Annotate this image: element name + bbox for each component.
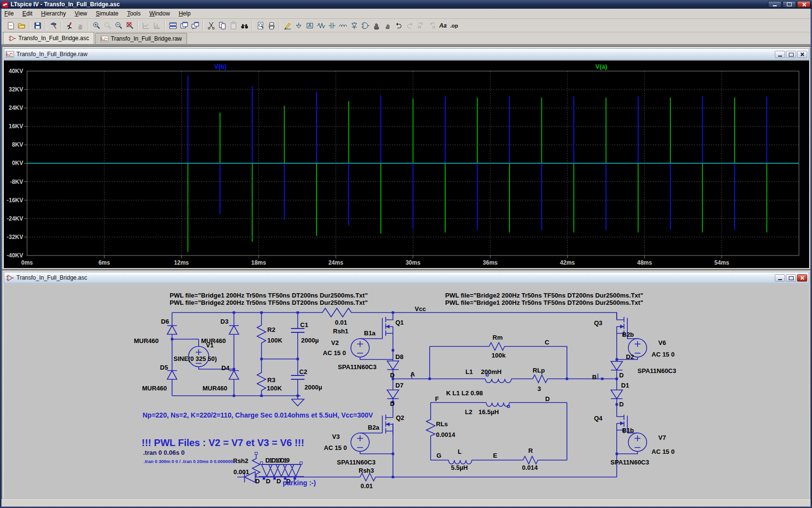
mosfets[interactable]: [382, 313, 627, 434]
text-tool-button[interactable]: Aa: [437, 20, 449, 31]
schematic-canvas[interactable]: PWL file="Bridge1 200Hz Tr50ns TF50ns DT…: [4, 284, 809, 498]
diode-D6: [167, 326, 177, 334]
schematic-label: D: [255, 478, 260, 485]
menu-item-help[interactable]: Help: [174, 9, 195, 18]
tab-schematic[interactable]: Transfo_In_Full_Bridge.asc: [3, 32, 94, 44]
svg-text:-40KV: -40KV: [7, 252, 23, 259]
source-V3: [351, 433, 369, 451]
resistor-Rm: [488, 343, 507, 350]
sch-maximize-button[interactable]: [786, 274, 796, 282]
inductor-tool-button[interactable]: [337, 20, 348, 31]
diode-tool-button[interactable]: [348, 20, 360, 31]
ltspice-app: LTspice IV - Transfo_In_Full_Bridge.asc …: [0, 0, 812, 508]
zoom-full-button[interactable]: [124, 20, 135, 31]
maximize-button[interactable]: [783, 1, 796, 8]
svg-text:-24KV: -24KV: [7, 215, 23, 222]
wire-tool-button[interactable]: [282, 20, 293, 31]
wave-minimize-button[interactable]: [775, 51, 785, 58]
cascade-button[interactable]: [189, 20, 201, 31]
schematic-label: MUR460: [203, 385, 227, 392]
save-icon: [33, 21, 42, 30]
menu-item-view[interactable]: View: [70, 9, 91, 18]
tile-vertical-button[interactable]: [178, 20, 189, 31]
run-button[interactable]: [64, 20, 75, 31]
ground-symbol[interactable]: [291, 399, 304, 406]
text-tool-icon: Aa: [439, 22, 447, 29]
rotate-button[interactable]: [426, 20, 437, 31]
zoom-back-button[interactable]: [102, 20, 113, 31]
waveform-plot-area[interactable]: 40KV32KV24KV16KV8KV0KV-8KV-16KV-24KV-32K…: [4, 60, 809, 268]
schematic-label: D2: [626, 353, 634, 360]
label-tool-button[interactable]: [304, 20, 315, 31]
svg-text:12ms: 12ms: [174, 259, 189, 266]
schematic-label: 0.0014: [436, 431, 456, 438]
menu-item-file[interactable]: File: [0, 9, 18, 18]
schematic-label: D3: [220, 318, 229, 325]
print-button[interactable]: [266, 20, 277, 31]
print-preview-button[interactable]: [255, 20, 266, 31]
sch-maximize-icon: [789, 276, 794, 280]
wave-minimize-icon: [778, 56, 782, 57]
drag-hand-icon: [383, 21, 392, 30]
waveform-window-title-bar[interactable]: Transfo_In_Full_Bridge.raw: [4, 48, 809, 60]
schematic-label: V6: [658, 339, 666, 346]
close-button[interactable]: [797, 1, 811, 8]
control-panel-button[interactable]: [48, 20, 59, 31]
svg-text:18ms: 18ms: [251, 259, 266, 266]
sch-close-button[interactable]: [797, 274, 807, 282]
save-button[interactable]: [32, 20, 43, 31]
ground-icon: [294, 21, 303, 30]
undo-button[interactable]: [393, 20, 404, 31]
redo-button[interactable]: [404, 20, 415, 31]
copy-button[interactable]: [217, 20, 228, 31]
zoom-in-icon: [92, 21, 101, 30]
drag-tool-button[interactable]: [382, 20, 393, 31]
component-gate-icon: [361, 21, 370, 30]
sch-minimize-button[interactable]: [775, 274, 785, 282]
schematic-label: B1a: [364, 329, 376, 337]
halt-button[interactable]: [75, 20, 86, 31]
zoom-out-button[interactable]: [113, 20, 124, 31]
autorange-button[interactable]: [140, 20, 151, 31]
schematic-label: .tran 0 0.06s 0: [143, 449, 185, 456]
svg-text:-8KV: -8KV: [10, 179, 23, 185]
plot-settings-button[interactable]: [151, 20, 162, 31]
zoom-out-icon: [115, 21, 123, 30]
menu-item-simulate[interactable]: Simulate: [91, 9, 123, 18]
schematic-tab-icon: [8, 35, 16, 42]
schematic-label: R: [528, 447, 533, 454]
find-button[interactable]: [239, 20, 250, 31]
component-tool-button[interactable]: [360, 20, 371, 31]
schematic-label: !!! PWL Files : V2 = V7 et V3 = V6 !!!: [142, 437, 304, 448]
resistor-tool-button[interactable]: [315, 20, 326, 31]
tab-waveform[interactable]: Transfo_In_Full_Bridge.raw: [95, 33, 187, 44]
menu-item-hierarchy[interactable]: Hierarchy: [37, 9, 70, 18]
main-title-bar[interactable]: LTspice IV - Transfo_In_Full_Bridge.asc: [0, 0, 812, 9]
mirror-button[interactable]: [415, 20, 426, 31]
menu-item-window[interactable]: Window: [145, 9, 174, 18]
menu-item-edit[interactable]: Edit: [18, 9, 37, 18]
schematic-label: 16.5µH: [478, 408, 499, 416]
wave-maximize-button[interactable]: [786, 51, 796, 58]
minimize-button[interactable]: [768, 1, 782, 8]
new-schematic-button[interactable]: [5, 20, 16, 31]
schematic-window-title-bar[interactable]: Transfo_In_Full_Bridge.asc: [4, 272, 809, 284]
cut-button[interactable]: [205, 20, 217, 31]
paste-button[interactable]: [228, 20, 239, 31]
move-tool-button[interactable]: [371, 20, 382, 31]
menu-item-tools[interactable]: Tools: [123, 9, 145, 18]
capacitor-tool-button[interactable]: [326, 20, 337, 31]
zoom-in-button[interactable]: [91, 20, 102, 31]
svg-text:8KV: 8KV: [12, 141, 23, 148]
menu-bar: FileEditHierarchyViewSimulateToolsWindow…: [0, 9, 812, 19]
spice-directive-button[interactable]: .op: [449, 20, 460, 31]
open-button[interactable]: [16, 20, 27, 31]
ground-tool-button[interactable]: [293, 20, 304, 31]
schematic-label: R2: [267, 326, 276, 333]
svg-text:24KV: 24KV: [9, 105, 23, 111]
voltage-sources[interactable]: [188, 339, 647, 451]
waveform-window: Transfo_In_Full_Bridge.raw 40KV32KV24KV1…: [2, 46, 811, 270]
net-label-icon: [305, 21, 314, 30]
tile-horizontal-button[interactable]: [167, 20, 178, 31]
wave-close-button[interactable]: [797, 51, 807, 58]
